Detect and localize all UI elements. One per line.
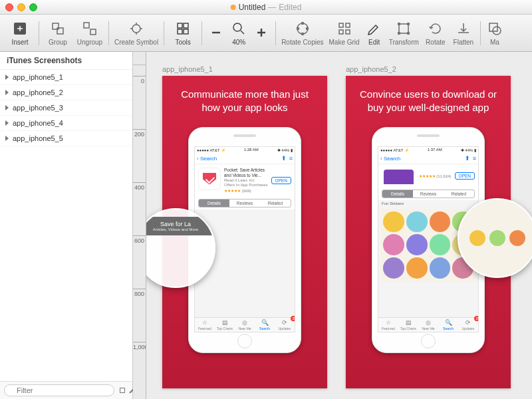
svg-point-21 xyxy=(398,23,400,25)
svg-rect-8 xyxy=(178,29,182,34)
layer-item[interactable]: app_iphone5_2 xyxy=(0,85,132,100)
insert-button[interactable]: Insert xyxy=(4,20,36,46)
artboard-frame[interactable]: Convince users to download or buy your w… xyxy=(346,76,511,388)
mask-icon xyxy=(486,20,503,37)
disclosure-triangle-icon[interactable] xyxy=(5,120,9,126)
svg-rect-17 xyxy=(346,23,350,27)
toolbar: Insert Group Ungroup Create Symbol Tools… xyxy=(0,15,532,52)
window-controls xyxy=(5,3,37,11)
magnifier-lens xyxy=(458,198,532,278)
group-button[interactable]: Group xyxy=(42,20,74,46)
zoom-tool-button[interactable]: 40% xyxy=(227,20,250,46)
ruler-corner[interactable] xyxy=(133,52,146,65)
rotate-copies-button[interactable]: Rotate Copies xyxy=(279,20,326,46)
open-button: OPEN xyxy=(455,172,475,180)
back-button: ‹ Search xyxy=(380,156,400,162)
page-title[interactable]: iTunes Screenshots xyxy=(0,52,132,70)
tools-button[interactable]: Tools xyxy=(167,20,199,46)
create-symbol-icon xyxy=(128,20,145,37)
mask-button[interactable]: Ma xyxy=(483,20,506,46)
edit-button[interactable]: Edit xyxy=(362,20,386,46)
svg-point-23 xyxy=(398,33,400,35)
transform-button[interactable]: Transform xyxy=(386,20,422,46)
svg-rect-25 xyxy=(489,23,497,31)
layer-item[interactable]: app_iphone5_4 xyxy=(0,116,132,131)
list-icon: ≡ xyxy=(289,155,293,162)
make-grid-button[interactable]: Make Grid xyxy=(327,20,362,46)
layer-item[interactable]: app_iphone5_3 xyxy=(0,100,132,116)
rotate-button[interactable]: Rotate xyxy=(422,20,450,46)
canvas[interactable]: app_iphone5_1 Communicate more than just… xyxy=(146,65,532,399)
svg-point-22 xyxy=(408,23,410,25)
zoom-in-button[interactable] xyxy=(250,24,273,43)
filter-input[interactable] xyxy=(4,384,114,396)
artboard-frame[interactable]: Communicate more than just how your app … xyxy=(162,76,327,388)
close-window-button[interactable] xyxy=(5,3,13,11)
headline-text: Convince users to download or buy your w… xyxy=(354,88,503,115)
status-bar: ●●●●● AT&T ⚡ 1:28 AM ✱ 44% ▮ xyxy=(195,147,295,154)
document-status: Edited xyxy=(279,3,301,12)
share-icon: ⬆ xyxy=(465,155,470,162)
artboard-icon xyxy=(118,386,126,394)
nav-bar: ‹ Search ⬆≡ xyxy=(195,154,295,164)
minimize-window-button[interactable] xyxy=(17,3,25,11)
artboard[interactable]: app_iphone5_2 Convince users to download… xyxy=(346,65,511,388)
zoom-out-button[interactable] xyxy=(205,24,227,43)
insert-icon xyxy=(11,20,29,37)
tab-bar: ☆Featured ▤Top Charts ◎Near Me 🔍Search ⟳… xyxy=(195,317,295,332)
svg-point-24 xyxy=(408,33,410,35)
create-symbol-button[interactable]: Create Symbol xyxy=(112,20,161,46)
app-header xyxy=(384,170,414,184)
magnifier-icon xyxy=(230,20,247,37)
transform-icon xyxy=(395,20,412,37)
flatten-icon xyxy=(455,20,472,37)
svg-rect-3 xyxy=(84,23,89,28)
disclosure-triangle-icon[interactable] xyxy=(5,90,9,95)
svg-rect-7 xyxy=(184,23,188,28)
disclosure-triangle-icon[interactable] xyxy=(5,105,9,110)
svg-point-14 xyxy=(301,33,303,35)
svg-rect-20 xyxy=(399,24,408,33)
layers-sidebar: iTunes Screenshots app_iphone5_1 app_iph… xyxy=(0,52,133,399)
svg-rect-6 xyxy=(178,23,182,28)
ungroup-icon xyxy=(81,20,98,37)
layer-item[interactable]: app_iphone5_5 xyxy=(0,131,132,146)
svg-point-12 xyxy=(301,23,303,25)
pocket-logo-icon xyxy=(203,173,216,185)
disclosure-triangle-icon[interactable] xyxy=(5,74,9,80)
svg-rect-18 xyxy=(339,30,343,34)
make-grid-icon xyxy=(336,20,353,37)
artboard-label[interactable]: app_iphone5_2 xyxy=(346,65,511,73)
window-titlebar: Untitled — Edited xyxy=(0,0,532,15)
rotate-copies-icon xyxy=(294,20,311,37)
ruler-vertical[interactable]: 0 200 400 600 800 1,000 xyxy=(133,65,146,399)
open-button: OPEN xyxy=(271,177,291,184)
plus-icon xyxy=(253,24,270,41)
disclosure-triangle-icon[interactable] xyxy=(5,136,9,141)
segmented-control: Details Reviews Related xyxy=(382,190,475,198)
artboard-label[interactable]: app_iphone5_1 xyxy=(162,65,327,73)
segmented-control: Details Reviews Related xyxy=(198,199,291,207)
artboard[interactable]: app_iphone5_1 Communicate more than just… xyxy=(162,65,327,388)
flatten-button[interactable]: Flatten xyxy=(450,20,477,46)
layer-item[interactable]: app_iphone5_1 xyxy=(0,70,132,85)
svg-rect-9 xyxy=(184,29,188,34)
list-icon: ≡ xyxy=(473,155,476,162)
svg-point-5 xyxy=(132,25,140,33)
nav-bar: ‹ Search ⬆≡ xyxy=(378,154,478,164)
group-icon xyxy=(49,20,66,37)
svg-rect-4 xyxy=(90,29,96,35)
canvas-area: 0 200 400 600 800 1,000 1,200 1,4 0 200 … xyxy=(133,52,532,399)
svg-point-10 xyxy=(233,23,241,31)
zoom-window-button[interactable] xyxy=(29,3,37,11)
tab-bar: ☆Featured ▤Top Charts ◎Near Me 🔍Search ⟳… xyxy=(378,317,478,332)
edit-icon xyxy=(366,20,383,37)
tools-icon xyxy=(174,20,192,37)
sidebar-footer: 10 xyxy=(0,381,132,399)
rotate-icon xyxy=(427,20,444,37)
svg-rect-16 xyxy=(339,23,343,27)
svg-point-26 xyxy=(493,27,501,35)
document-filename: Untitled xyxy=(239,3,266,12)
ungroup-button[interactable]: Ungroup xyxy=(74,20,106,46)
minus-icon xyxy=(207,24,225,41)
